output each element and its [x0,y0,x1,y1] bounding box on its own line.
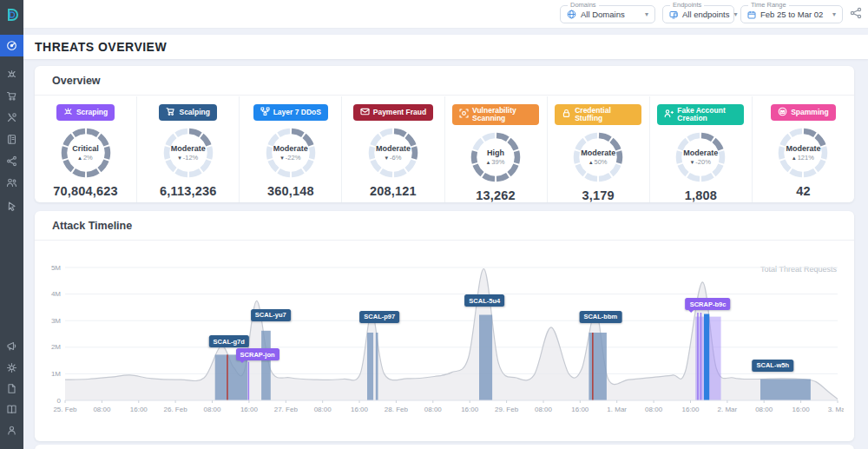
attack-event-tag-scal-yu7[interactable]: SCAL-yu7 [251,309,291,321]
threat-badge[interactable]: Spamming [771,104,835,121]
svg-text:16:00: 16:00 [571,406,589,413]
attack-event-tag-scal-bbm[interactable]: SCAL-bbm [579,311,621,323]
overview-card: Overview ScrapingCritical▴ 2%70,804,623S… [35,66,854,202]
threat-card-vulnerability-scanning[interactable]: Vulnerability ScanningHigh▴ 39%13,262 [445,96,548,202]
threat-card-credential-stuffing[interactable]: Credential StuffingModerate▴ 50%3,179 [548,96,650,202]
svg-text:08:00: 08:00 [424,406,443,413]
credential-icon [562,109,571,120]
svg-text:27. Feb: 27. Feb [274,406,299,413]
overview-card-title: Overview [52,75,101,87]
domains-select[interactable]: Domains All Domains ▾ [560,5,655,23]
threat-card-layer-7-ddos[interactable]: Layer 7 DDoSModerate▾ -22%360,148 [240,96,342,202]
endpoints-icon [669,7,678,23]
svg-text:16:00: 16:00 [792,406,811,413]
time-range-select-label: Time Range [748,1,789,9]
attack-event-tag-scal-g7d[interactable]: SCAL-g7d [209,335,249,347]
attack-timeline-chart[interactable]: 1M2M3M4M5M025. Feb08:0016:0026. Feb08:00… [45,259,844,432]
time-range-select[interactable]: Time Range Feb 25 to Mar 02 ▾ [740,5,843,23]
endpoints-select[interactable]: Endpoints All endpoints ▾ [662,5,734,23]
nav-item-bot-activity[interactable] [0,195,23,217]
nav-item-scraping[interactable] [0,63,23,85]
svg-text:1M: 1M [51,370,61,378]
threat-card-payment-fraud[interactable]: Payment FraudModerate▾ -6%208,121 [342,96,444,202]
domains-select-label: Domains [568,1,599,9]
nav-item-settings[interactable] [0,357,23,379]
app-logo[interactable] [0,0,23,30]
chevron-down-icon: ▾ [733,10,737,18]
svg-text:28. Feb: 28. Feb [385,406,409,413]
threat-badge[interactable]: Scraping [56,104,115,121]
severity-delta: ▴ 39% [487,158,505,166]
threat-badge[interactable]: Payment Fraud [353,104,433,121]
threat-badge[interactable]: Vulnerability Scanning [452,104,539,125]
svg-text:16:00: 16:00 [240,406,259,413]
severity-gauge: Moderate▴ 50% [571,130,625,184]
nav-item-reports[interactable] [0,129,23,150]
threat-badge-label: Layer 7 DDoS [273,109,321,116]
page-title: THREATS OVERVIEW [35,40,167,54]
threat-count: 1,808 [685,188,717,202]
fake-account-icon [664,109,674,120]
threat-badge-label: Spamming [791,109,828,116]
severity-label: Moderate [786,144,820,153]
threat-badge[interactable]: Scalping [159,104,216,121]
threat-card-fake-account-creation[interactable]: Fake Account CreationModerate▾ -20%1,808 [650,96,753,202]
svg-text:3M: 3M [51,317,61,325]
threat-badge-label: Scraping [76,109,108,116]
threat-card-scalping[interactable]: ScalpingModerate▾ -12%6,113,236 [137,96,240,202]
domains-select-value: All Domains [581,10,625,19]
attack-event-tag-scal-5u4[interactable]: SCAL-5u4 [464,294,504,307]
chevron-down-icon: ▾ [645,10,648,18]
nav-item-documents[interactable] [0,378,23,399]
threat-badge-label: Fake Account Creation [677,107,737,123]
next-card-edge [35,445,854,449]
threat-card-spamming[interactable]: SpammingModerate▴ 121%42 [753,96,854,202]
severity-label: Moderate [171,144,206,153]
svg-text:2M: 2M [51,343,61,351]
nav-item-users[interactable] [0,172,23,194]
svg-text:2. Mar: 2. Mar [718,406,738,413]
severity-label: Moderate [376,144,411,153]
nav-item-docs-library[interactable] [0,399,23,420]
threat-card-scraping[interactable]: ScrapingCritical▴ 2%70,804,623 [35,96,137,202]
share-icon[interactable] [850,7,862,23]
threat-count: 42 [796,184,811,198]
threat-badge-label: Credential Stuffing [575,107,635,123]
threat-badge-label: Payment Fraud [373,109,426,116]
threat-badge[interactable]: Credential Stuffing [555,104,641,125]
severity-gauge: Critical▴ 2% [59,126,113,180]
nav-item-integrations[interactable] [0,150,23,172]
threat-badge[interactable]: Layer 7 DDoS [253,104,328,121]
threat-badge[interactable]: Fake Account Creation [657,104,744,125]
attack-event-tag-scrap-b9c[interactable]: SCRAP-b9c [686,298,731,310]
svg-text:5M: 5M [51,264,61,272]
attack-event-tag-scal-w5h[interactable]: SCAL-w5h [752,360,793,372]
topbar: Domains All Domains ▾ Endpoints All endp… [23,0,868,29]
severity-delta: ▾ -20% [691,158,711,166]
svg-text:3. Mar: 3. Mar [828,406,844,413]
severity-label: High [487,149,504,157]
cart-icon [166,107,175,118]
calendar-icon [747,7,756,23]
severity-label: Moderate [581,149,615,157]
svg-text:08:00: 08:00 [93,406,111,413]
severity-label: Moderate [683,149,718,157]
severity-gauge: Moderate▴ 121% [776,126,830,180]
nav-item-threats-dashboard[interactable] [0,35,23,56]
svg-text:16:00: 16:00 [130,406,148,413]
attack-event-tag-scal-p97[interactable]: SCAL-p97 [359,311,399,323]
globe-icon [567,7,576,23]
nav-item-scalping[interactable] [0,85,23,107]
nav-item-announcements[interactable] [0,335,23,357]
overview-card-header: Overview [35,66,854,96]
severity-label: Critical [72,144,99,153]
severity-delta: ▾ -12% [178,154,198,162]
nav-item-account[interactable] [0,419,23,441]
threat-count: 3,179 [582,188,615,202]
svg-text:08:00: 08:00 [535,406,553,413]
nav-item-tools[interactable] [0,107,23,129]
svg-text:08:00: 08:00 [645,406,663,413]
attack-event-tag-scrap-jon[interactable]: SCRAP-jon [236,348,279,360]
severity-gauge: Moderate▾ -12% [161,126,215,180]
svg-text:08:00: 08:00 [203,406,221,413]
